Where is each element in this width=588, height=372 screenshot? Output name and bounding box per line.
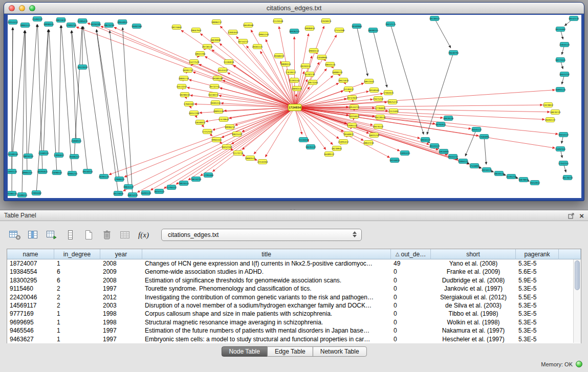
graph-node[interactable]: 18273341 <box>555 58 566 62</box>
graph-node[interactable]: 18093541 <box>292 86 302 91</box>
graph-node[interactable]: 19406312 <box>69 155 80 159</box>
table-scrollbar[interactable] <box>573 259 581 343</box>
graph-node[interactable]: 19747022 <box>347 96 358 100</box>
graph-node[interactable]: 18541423 <box>217 68 228 73</box>
graph-node[interactable]: 21095412 <box>338 140 349 144</box>
graph-node[interactable]: 18544231 <box>349 105 360 110</box>
column-header[interactable]: pagerank <box>516 249 559 259</box>
graph-node[interactable]: 20334013 <box>349 114 360 119</box>
graph-node[interactable]: 22544363 <box>257 160 268 164</box>
table-row[interactable]: 977716911998Corpus callosum shape and si… <box>7 310 581 318</box>
minimize-button[interactable] <box>19 5 25 11</box>
column-header[interactable]: year <box>100 249 142 259</box>
graph-node[interactable]: 17342251 <box>558 161 569 166</box>
graph-node[interactable]: 20178233 <box>562 176 573 180</box>
table-settings-icon[interactable] <box>8 228 21 242</box>
graph-node[interactable]: 19083512 <box>309 49 319 53</box>
graph-node[interactable]: 18124034 <box>113 191 124 196</box>
graph-node[interactable]: 20351412 <box>8 20 18 25</box>
graph-node[interactable]: 19155402 <box>555 27 566 32</box>
graph-node[interactable]: 18847210 <box>363 141 374 145</box>
graph-node[interactable]: 16240212 <box>208 93 219 97</box>
column-narrow-icon[interactable] <box>63 228 77 242</box>
graph-node[interactable]: 19204385 <box>91 22 101 27</box>
graph-node[interactable]: 18934122 <box>420 138 431 142</box>
graph-node[interactable]: 17610412 <box>286 70 296 75</box>
table-row[interactable]: 1456911722003Disruption of a novel membe… <box>7 301 581 310</box>
table-row[interactable]: 2242004622012Investigating the contribut… <box>7 293 581 301</box>
table-row[interactable]: 1830029562008Estimation of significance … <box>7 276 581 285</box>
graph-node[interactable]: 17093402 <box>31 191 42 195</box>
graph-node[interactable]: 21044123 <box>559 42 570 47</box>
graph-node[interactable]: 19973264 <box>308 80 318 85</box>
table-row[interactable]: 911546021997Tourette syndrome. Phenomeno… <box>7 285 581 293</box>
graph-node[interactable]: 21504122 <box>32 17 43 21</box>
close-panel-button[interactable]: × <box>579 210 584 221</box>
graph-node[interactable]: 21840904 <box>317 55 328 60</box>
graph-node[interactable]: 19648794 <box>448 51 459 55</box>
graph-node[interactable]: 15978812 <box>543 103 554 107</box>
panel-resize-grip[interactable] <box>289 204 299 207</box>
graph-node[interactable]: 20513410 <box>77 65 88 70</box>
table-row[interactable]: 1872400712008Changes of HCN gene express… <box>7 259 581 268</box>
graph-node[interactable]: 18340561 <box>369 88 380 93</box>
graph-node[interactable]: 18395021 <box>37 169 48 174</box>
graph-node[interactable]: 21385470 <box>77 19 88 24</box>
function-icon[interactable]: f(x) <box>137 228 150 242</box>
graph-node[interactable]: 21060551 <box>71 139 82 143</box>
graph-node[interactable]: 20345122 <box>471 127 482 132</box>
graph-node[interactable]: 19412175 <box>385 22 396 27</box>
import-table-icon[interactable] <box>45 228 58 242</box>
graph-node[interactable]: 14646025 <box>195 120 206 125</box>
graph-node[interactable]: 20614233 <box>191 177 202 182</box>
graph-node[interactable]: 21690543 <box>52 170 62 175</box>
graph-node[interactable]: 19961243 <box>258 32 269 37</box>
graph-node[interactable]: 17784033 <box>375 106 386 111</box>
graph-node[interactable]: 16649568 <box>243 23 254 28</box>
graph-node[interactable]: 21560124 <box>38 151 49 156</box>
graph-node[interactable]: 18301752 <box>183 68 193 73</box>
graph-node[interactable]: 18644512 <box>494 171 505 176</box>
graph-node[interactable]: 19482260 <box>132 24 142 29</box>
graph-node[interactable]: 18200432 <box>180 93 190 97</box>
tab-edge-table[interactable]: Edge Table <box>267 346 313 357</box>
close-button[interactable] <box>9 5 15 11</box>
graph-node[interactable]: 17252564 <box>202 129 213 134</box>
network-graph[interactable]: 2035141219861511215041221899041520015632… <box>8 15 581 198</box>
graph-node[interactable]: 18754212 <box>238 39 249 44</box>
graph-node[interactable]: 20889314 <box>280 62 291 67</box>
graph-node[interactable]: 18542133 <box>569 16 579 21</box>
graph-node[interactable]: 17464421 <box>383 91 394 95</box>
graph-node[interactable]: 18791913 <box>435 122 446 127</box>
graph-node[interactable]: 16880133 <box>332 70 343 75</box>
graph-node[interactable]: 17554300 <box>334 28 345 33</box>
graph-node[interactable]: 19845122 <box>123 185 134 189</box>
graph-node[interactable]: 19550314 <box>82 169 93 174</box>
graph-node[interactable]: 20905314 <box>22 170 33 175</box>
network-canvas[interactable]: 2035141219861511215041221899041520015632… <box>8 15 581 198</box>
graph-node[interactable]: 20801718 <box>179 76 189 81</box>
graph-node[interactable]: 19003525 <box>245 156 256 161</box>
table-source-select[interactable]: citations_edges.txt <box>161 229 362 241</box>
graph-node[interactable]: 20091534 <box>213 109 224 114</box>
graph-node[interactable]: 18183904 <box>352 24 362 29</box>
graph-node[interactable]: 18839990 <box>210 38 221 42</box>
graph-node[interactable]: 18006212 <box>211 20 222 25</box>
graph-node[interactable]: 20395124 <box>99 174 110 179</box>
graph-node[interactable]: 17095124 <box>347 123 358 128</box>
graph-node[interactable]: 21173776 <box>233 151 244 156</box>
graph-node[interactable]: 17684091 <box>479 135 490 139</box>
graph-node[interactable]: 18990415 <box>43 22 54 27</box>
graph-hub-node[interactable]: 1724034 <box>288 104 301 111</box>
graph-node[interactable]: 19965561 <box>211 138 222 142</box>
graph-node[interactable]: 16934081 <box>439 149 449 154</box>
graph-node[interactable]: 18937294 <box>195 52 206 56</box>
graph-node[interactable]: 20357209 <box>189 111 200 116</box>
graph-node[interactable]: 20141523 <box>429 144 440 148</box>
graph-node[interactable]: 21864122 <box>458 159 469 164</box>
graph-node[interactable]: 19454122 <box>558 133 569 137</box>
column-header[interactable]: △out_de… <box>391 249 431 259</box>
graph-node[interactable]: 21692341 <box>555 147 566 151</box>
graph-node[interactable]: 19560022 <box>343 132 354 137</box>
table-row[interactable]: 946362711997Embryonic stem cells: a mode… <box>7 335 581 343</box>
